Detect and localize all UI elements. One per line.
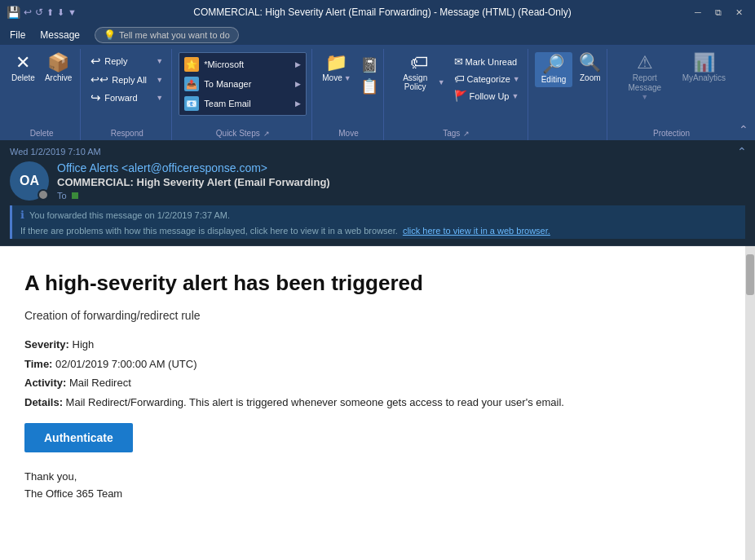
reply-button[interactable]: ↩ Reply ▼ bbox=[87, 52, 166, 70]
assign-policy-icon: 🏷 bbox=[410, 54, 428, 72]
zoom-button[interactable]: 🔍 Zoom bbox=[576, 52, 604, 84]
rules-icon: 📋 bbox=[360, 78, 378, 95]
move-buttons: 📁 Move ▼ 📓 📋 bbox=[319, 49, 378, 129]
app-window: 💾 ↩ ↺ ⬆ ⬇ ▼ COMMERCIAL: High Severity Al… bbox=[0, 0, 755, 560]
forward-button[interactable]: ↪ Forward ▼ bbox=[87, 89, 166, 107]
qs-item-team[interactable]: 📧 Team Email ▶ bbox=[181, 94, 304, 113]
severity-value: High bbox=[73, 338, 95, 351]
ribbon-group-editing: 🔎 Editing 🔍 Zoom . bbox=[530, 49, 607, 140]
time-row: Time: 02/01/2019 7:00:00 AM (UTC) bbox=[24, 356, 731, 373]
qs-microsoft-label: *Microsoft bbox=[204, 60, 244, 69]
archive-icon: 📦 bbox=[47, 54, 69, 72]
avatar-initials: OA bbox=[20, 174, 39, 188]
tags-expand-icon[interactable]: ↗ bbox=[463, 130, 470, 138]
close-button[interactable]: ✕ bbox=[729, 3, 748, 21]
assign-policy-button[interactable]: 🏷 Assign Policy ▼ bbox=[391, 52, 448, 93]
follow-up-label: Follow Up bbox=[470, 91, 510, 101]
email-body-subtitle: Creation of forwarding/redirect rule bbox=[24, 309, 731, 322]
categorize-dropdown: ▼ bbox=[513, 75, 520, 83]
scroll-thumb[interactable] bbox=[746, 254, 754, 295]
team-line: The Office 365 Team bbox=[24, 486, 731, 503]
email-subject: COMMERCIAL: High Severity Alert (Email F… bbox=[57, 176, 745, 188]
editing-button[interactable]: 🔎 Editing bbox=[535, 52, 573, 87]
up-icon[interactable]: ⬆ bbox=[46, 7, 54, 18]
forward-dropdown[interactable]: ▼ bbox=[156, 94, 163, 102]
qs-team-arrow: ▶ bbox=[295, 99, 301, 108]
reply-label: Reply bbox=[104, 56, 127, 66]
qs-item-manager[interactable]: 📤 To Manager ▶ bbox=[181, 74, 304, 94]
ribbon-content: ✕ Delete 📦 Archive Delete ↩ Reply ▼ bbox=[0, 46, 755, 140]
tags-small-buttons: ✉ Mark Unread 🏷 Categorize ▼ 🚩 Follow Up… bbox=[452, 52, 523, 104]
down-icon[interactable]: ⬇ bbox=[57, 7, 64, 18]
reply-all-button[interactable]: ↩↩ Reply All ▼ bbox=[87, 72, 166, 87]
report-message-label: Report Message bbox=[629, 73, 662, 92]
follow-up-icon: 🚩 bbox=[454, 90, 467, 102]
myanalytics-label: MyAnalytics bbox=[682, 73, 726, 82]
email-body: A high-severity alert has been triggered… bbox=[0, 246, 755, 560]
authenticate-button[interactable]: Authenticate bbox=[24, 423, 133, 452]
assign-policy-dropdown: ▼ bbox=[438, 78, 445, 86]
categorize-label: Categorize bbox=[467, 74, 510, 84]
email-date: Wed 1/2/2019 7:10 AM bbox=[10, 147, 745, 157]
quick-steps-group-label: Quick Steps ↗ bbox=[179, 129, 307, 140]
save-icon[interactable]: 💾 bbox=[7, 6, 20, 19]
protection-group-label: Protection bbox=[614, 129, 729, 140]
email-header: Wed 1/2/2019 7:10 AM OA Office Alerts <a… bbox=[0, 140, 755, 246]
quick-steps-content: ⭐ *Microsoft ▶ 📤 To Manager ▶ 📧 Team Ema… bbox=[179, 49, 307, 129]
delete-button[interactable]: ✕ Delete bbox=[8, 52, 38, 84]
report-message-button[interactable]: ⚠ Report Message ▼ bbox=[614, 52, 676, 104]
delete-label: Delete bbox=[11, 73, 35, 82]
restore-button[interactable]: ⧉ bbox=[709, 3, 728, 21]
archive-button[interactable]: 📦 Archive bbox=[42, 52, 75, 84]
ribbon-group-delete-buttons: ✕ Delete 📦 Archive bbox=[8, 49, 75, 129]
menu-bar: File Message 💡 Tell me what you want to … bbox=[0, 24, 755, 46]
tell-me-box[interactable]: 💡 Tell me what you want to do bbox=[95, 27, 239, 43]
title-bar-title: COMMERCIAL: High Severity Alert (Email F… bbox=[83, 7, 682, 18]
redo-icon[interactable]: ↺ bbox=[35, 7, 43, 18]
delete-icon: ✕ bbox=[15, 54, 30, 72]
mark-unread-button[interactable]: ✉ Mark Unread bbox=[452, 54, 523, 69]
report-message-icon: ⚠ bbox=[637, 54, 653, 72]
header-collapse-button[interactable]: ⌃ bbox=[729, 140, 755, 163]
categorize-button[interactable]: 🏷 Categorize ▼ bbox=[452, 71, 523, 86]
scroll-track[interactable] bbox=[745, 246, 755, 560]
myanalytics-button[interactable]: 📊 MyAnalytics bbox=[679, 52, 729, 84]
qs-manager-label: To Manager bbox=[204, 79, 251, 89]
to-label: To bbox=[57, 191, 67, 201]
view-browser-link[interactable]: click here to view it in a web browser. bbox=[403, 226, 550, 236]
qs-team-icon: 📧 bbox=[184, 96, 199, 111]
mark-unread-label: Mark Unread bbox=[466, 57, 518, 67]
forwarded-text: You forwarded this message on 1/2/2019 7… bbox=[29, 210, 230, 220]
window-controls: ─ ⧉ ✕ bbox=[688, 3, 748, 21]
menu-file[interactable]: File bbox=[3, 28, 32, 42]
rules-button[interactable]: 📋 bbox=[358, 77, 381, 96]
minimize-button[interactable]: ─ bbox=[688, 3, 708, 21]
customize-icon[interactable]: ▼ bbox=[68, 7, 77, 17]
follow-up-button[interactable]: 🚩 Follow Up ▼ bbox=[452, 88, 523, 104]
quick-steps-expand-icon[interactable]: ↗ bbox=[263, 130, 270, 138]
details-value: Mail Redirect/Forwarding. This alert is … bbox=[66, 396, 564, 408]
email-meta: Office Alerts <alert@officeresponse.com>… bbox=[57, 161, 745, 201]
move-button[interactable]: 📁 Move ▼ bbox=[319, 52, 354, 84]
menu-message[interactable]: Message bbox=[33, 28, 86, 42]
onenote-button[interactable]: 📓 bbox=[358, 55, 381, 75]
qs-manager-icon: 📤 bbox=[184, 77, 199, 91]
reply-all-dropdown[interactable]: ▼ bbox=[156, 76, 163, 84]
forward-icon: ↪ bbox=[91, 90, 101, 105]
info-icon: ℹ bbox=[20, 209, 24, 221]
undo-icon[interactable]: ↩ bbox=[24, 7, 32, 18]
reply-all-label: Reply All bbox=[112, 75, 147, 85]
protection-buttons: ⚠ Report Message ▼ 📊 MyAnalytics bbox=[614, 49, 729, 129]
move-label: Move bbox=[322, 73, 342, 82]
activity-row: Activity: Mail Redirect bbox=[24, 375, 731, 391]
qs-item-microsoft[interactable]: ⭐ *Microsoft ▶ bbox=[181, 55, 304, 74]
qs-team-label: Team Email bbox=[204, 99, 250, 108]
qs-microsoft-icon: ⭐ bbox=[184, 57, 199, 72]
quick-steps-list: ⭐ *Microsoft ▶ 📤 To Manager ▶ 📧 Team Ema… bbox=[179, 52, 307, 116]
avatar: OA bbox=[10, 161, 49, 201]
ribbon-collapse[interactable]: ⌃ bbox=[735, 119, 752, 140]
reply-dropdown[interactable]: ▼ bbox=[156, 57, 163, 65]
email-area: Wed 1/2/2019 7:10 AM OA Office Alerts <a… bbox=[0, 140, 755, 560]
respond-buttons: ↩ Reply ▼ ↩↩ Reply All ▼ ↪ Forward ▼ bbox=[87, 49, 166, 129]
quick-steps-label-text: Quick Steps bbox=[216, 129, 260, 138]
